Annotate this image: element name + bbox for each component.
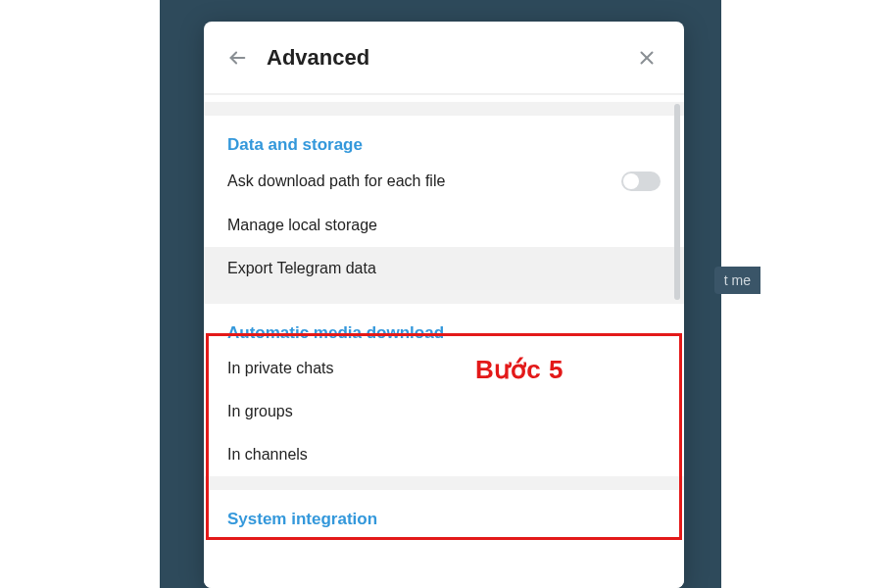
section-title-auto-media: Automatic media download: [204, 304, 684, 347]
section-divider: [204, 102, 684, 116]
toggle-ask-download-path[interactable]: [621, 172, 661, 191]
settings-scroll-area[interactable]: Data and storage Ask download path for e…: [204, 94, 684, 588]
back-button[interactable]: [218, 38, 257, 77]
row-label: In channels: [227, 446, 661, 464]
modal-header: Advanced: [204, 22, 684, 94]
section-divider: [204, 476, 684, 490]
row-in-private-chats[interactable]: In private chats: [204, 347, 684, 390]
row-in-channels[interactable]: In channels: [204, 433, 684, 476]
advanced-settings-modal: Advanced Data and storage Ask download p…: [204, 22, 684, 588]
row-ask-download-path[interactable]: Ask download path for each file: [204, 159, 684, 204]
section-title-system-integration: System integration: [204, 490, 684, 533]
back-arrow-icon: [226, 47, 248, 69]
modal-title: Advanced: [267, 45, 627, 71]
row-label: Manage local storage: [227, 217, 661, 234]
scrollbar-thumb[interactable]: [674, 104, 680, 300]
row-label: Ask download path for each file: [227, 172, 621, 190]
row-in-groups[interactable]: In groups: [204, 390, 684, 433]
close-icon: [636, 47, 658, 69]
row-label: Export Telegram data: [227, 260, 661, 277]
row-export-telegram-data[interactable]: Export Telegram data: [204, 247, 684, 290]
background-hint-tag: t me: [714, 267, 760, 294]
section-system-integration: System integration: [204, 490, 684, 533]
close-button[interactable]: [627, 38, 666, 77]
section-divider: [204, 94, 684, 102]
row-label: In groups: [227, 403, 661, 420]
row-label: In private chats: [227, 360, 661, 377]
row-manage-local-storage[interactable]: Manage local storage: [204, 204, 684, 247]
section-title-data-storage: Data and storage: [204, 116, 684, 159]
section-automatic-media-download: Automatic media download In private chat…: [204, 304, 684, 476]
section-data-storage: Data and storage Ask download path for e…: [204, 116, 684, 290]
section-divider: [204, 290, 684, 304]
